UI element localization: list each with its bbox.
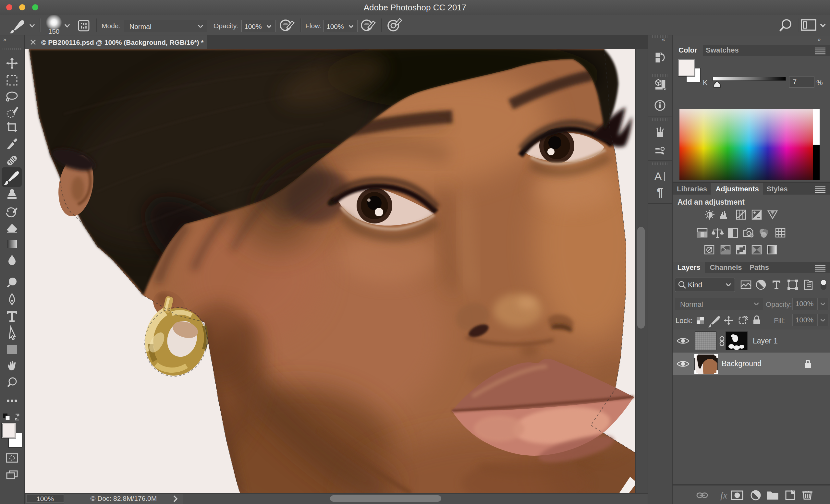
svg-text:A: A — [655, 170, 662, 182]
svg-text:150: 150 — [48, 28, 59, 35]
svg-text:fx: fx — [720, 490, 728, 500]
svg-text:¶: ¶ — [657, 186, 663, 199]
